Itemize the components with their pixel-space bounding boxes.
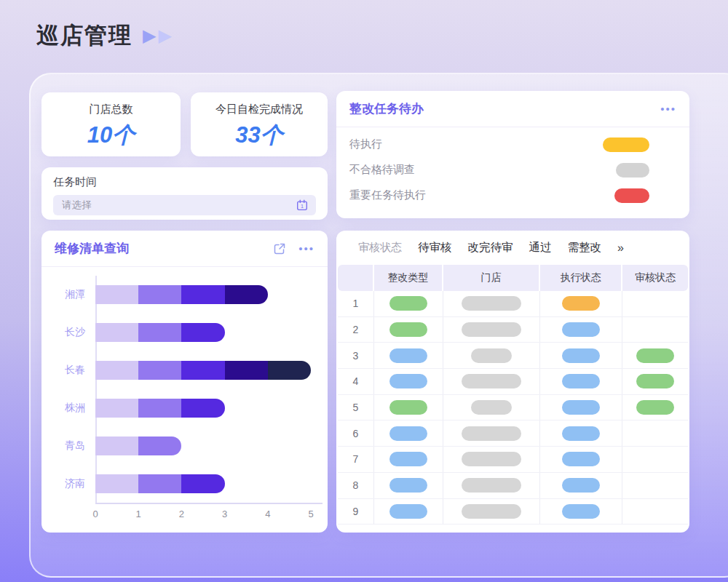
- chart-bar-track: [95, 399, 311, 418]
- cell-exec-status: [540, 369, 622, 394]
- stat-value: 33个: [191, 120, 328, 151]
- review-table-header: 整改类型 门店 执行状态 审核状态: [338, 265, 688, 291]
- date-placeholder: 请选择: [62, 199, 296, 212]
- status-pill: [562, 426, 600, 441]
- todo-item[interactable]: 不合格待调查: [336, 157, 689, 183]
- bar-segment-level-4: [225, 361, 268, 380]
- chart-y-axis-line: [95, 276, 97, 503]
- cell-store: [443, 499, 540, 525]
- review-table-body: 123456789: [338, 291, 688, 525]
- bar-segment-level-5: [268, 361, 311, 380]
- repair-bar-chart: 湘潭长沙长春株洲青岛济南 012345: [52, 276, 317, 527]
- cell-index: 7: [338, 447, 374, 472]
- review-table-card: 审核状态 待审核改完待审通过需整改 » 整改类型 门店 执行状态 审核状态 12…: [336, 231, 689, 533]
- cell-rectify-type: [374, 395, 443, 420]
- task-time-card: 任务时间 请选择 1: [41, 167, 328, 220]
- filter-tab-3[interactable]: 需整改: [568, 240, 602, 255]
- cell-review-status: [622, 499, 688, 525]
- share-icon[interactable]: [272, 242, 287, 256]
- cell-review-status: [622, 343, 688, 368]
- table-row[interactable]: 3: [338, 343, 688, 369]
- rectify-todo-card: 整改任务待办 ••• 待执行不合格待调查重要任务待执行: [336, 91, 689, 218]
- stat-label: 今日自检完成情况: [191, 103, 328, 116]
- chart-bar-row: 株洲: [52, 389, 317, 427]
- chart-x-axis-line: [95, 503, 323, 504]
- bar-segment-level-4: [225, 285, 268, 304]
- column-header: 审核状态: [622, 265, 688, 291]
- cell-store: [443, 291, 540, 316]
- table-row[interactable]: 4: [338, 369, 688, 395]
- cell-index: 6: [338, 420, 374, 446]
- row-number: 8: [353, 479, 359, 491]
- chart-bar-row: 济南: [52, 465, 317, 503]
- bar-segment-level-3: [181, 361, 224, 380]
- chart-bar-track: [95, 285, 311, 304]
- row-number: 7: [353, 453, 359, 465]
- table-row[interactable]: 7: [338, 447, 688, 473]
- cell-exec-status: [540, 420, 622, 446]
- cell-rectify-type: [374, 369, 443, 394]
- chart-category-label: 湘潭: [52, 288, 95, 301]
- chart-category-label: 长沙: [52, 326, 95, 339]
- x-axis-tick-label: 3: [222, 509, 227, 519]
- more-filters-icon[interactable]: »: [617, 242, 624, 255]
- review-table: 整改类型 门店 执行状态 审核状态 123456789: [338, 265, 688, 525]
- row-number: 5: [353, 402, 359, 413]
- status-pill: [562, 348, 600, 363]
- column-header: 整改类型: [374, 265, 443, 291]
- bar-segment-level-2: [138, 399, 181, 418]
- page-header: 巡店管理 ▶ ▶: [36, 20, 172, 51]
- bar-segment-level-2: [138, 285, 181, 304]
- todo-card-header: 整改任务待办 •••: [336, 91, 689, 127]
- status-pill: [462, 504, 521, 519]
- chart-bar-row: 长春: [52, 351, 317, 389]
- table-row[interactable]: 5: [338, 395, 688, 421]
- x-axis-tick-label: 2: [179, 509, 184, 519]
- table-row[interactable]: 1: [338, 291, 688, 317]
- calendar-icon[interactable]: 1: [296, 199, 309, 212]
- cell-review-status: [622, 369, 688, 394]
- status-pill: [462, 452, 521, 466]
- todo-item[interactable]: 待执行: [336, 132, 689, 157]
- table-row[interactable]: 6: [338, 420, 688, 447]
- todo-item[interactable]: 重要任务待执行: [336, 183, 689, 208]
- ellipsis-icon[interactable]: •••: [660, 105, 676, 113]
- status-pill: [389, 426, 427, 441]
- stat-label: 门店总数: [41, 103, 181, 116]
- cell-store: [443, 343, 540, 368]
- status-pill: [389, 400, 427, 415]
- column-header: 门店: [443, 265, 540, 291]
- status-pill: [389, 504, 427, 519]
- cell-store: [443, 395, 540, 420]
- cell-exec-status: [540, 447, 622, 472]
- cell-rectify-type: [374, 473, 443, 498]
- table-row[interactable]: 2: [338, 317, 688, 343]
- svg-text:1: 1: [301, 203, 304, 210]
- filter-tab-2[interactable]: 通过: [529, 240, 552, 255]
- bar-segment-level-2: [138, 323, 181, 342]
- chart-bar-track: [95, 361, 311, 380]
- chart-bar-row: 湘潭: [52, 276, 317, 314]
- cell-review-status: [622, 291, 688, 316]
- chart-bar-track: [95, 436, 311, 455]
- ellipsis-icon[interactable]: •••: [298, 245, 314, 252]
- status-pill: [389, 296, 427, 311]
- cell-exec-status: [540, 473, 622, 498]
- x-axis-tick-label: 1: [136, 509, 141, 519]
- filter-tab-1[interactable]: 改完待审: [468, 240, 513, 255]
- cell-exec-status: [540, 343, 622, 368]
- row-number: 6: [353, 428, 359, 439]
- bar-segment-level-2: [138, 436, 181, 455]
- table-row[interactable]: 8: [338, 473, 688, 499]
- table-row[interactable]: 9: [338, 499, 688, 525]
- status-pill: [389, 452, 427, 466]
- task-time-date-input[interactable]: 请选择 1: [53, 195, 316, 215]
- cell-store: [443, 420, 540, 446]
- filter-tab-0[interactable]: 待审核: [418, 240, 452, 255]
- store-patrol-dashboard: 巡店管理 ▶ ▶ 门店总数 10个 今日自检完成情况 33个 任务时间 请选择: [0, 0, 728, 582]
- column-header-index: [338, 265, 374, 291]
- bar-segment-level-1: [95, 436, 138, 455]
- bar-segment-level-3: [181, 323, 224, 342]
- status-pill: [462, 374, 521, 388]
- todo-status-pill: [616, 163, 649, 178]
